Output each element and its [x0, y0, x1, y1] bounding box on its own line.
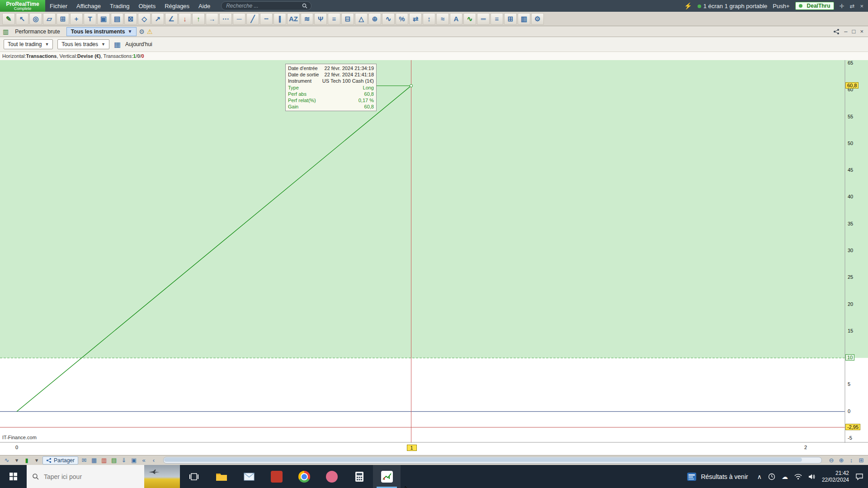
- positions-icon[interactable]: ▤: [109, 456, 118, 465]
- trend-line-icon[interactable]: ╱: [246, 13, 259, 25]
- levels2-icon[interactable]: ≡: [491, 13, 503, 25]
- wrench-icon[interactable]: ⚙: [139, 28, 145, 35]
- maximize-icon[interactable]: □: [852, 28, 856, 35]
- share-icon[interactable]: [833, 28, 840, 35]
- trash-icon[interactable]: ⊠: [124, 13, 137, 25]
- curve-icon[interactable]: ∿: [382, 13, 395, 25]
- angle-icon[interactable]: ∠: [165, 13, 178, 25]
- screens-grid-icon[interactable]: ⊞: [857, 456, 866, 465]
- tab-tous-les-instruments[interactable]: Tous les instruments▼: [66, 27, 137, 36]
- target-icon[interactable]: ⊕: [368, 13, 381, 25]
- label-icon[interactable]: A: [450, 13, 462, 25]
- equity-curve-chart[interactable]: [0, 60, 868, 443]
- menu-item[interactable]: Fichier: [45, 3, 72, 9]
- clock-tray-icon[interactable]: [768, 473, 775, 480]
- magnifier-icon[interactable]: ◎: [29, 13, 42, 25]
- collapse-left2-icon[interactable]: ‹: [149, 456, 158, 465]
- vertical-lines-icon[interactable]: ∥: [274, 13, 286, 25]
- search-icon[interactable]: [302, 3, 307, 9]
- app-red-button[interactable]: [263, 465, 290, 488]
- prorealtime-app-button[interactable]: [373, 465, 401, 488]
- dots-pattern-icon[interactable]: ⋯: [219, 13, 232, 25]
- comment-icon[interactable]: ✉: [80, 456, 89, 465]
- price-chart-icon[interactable]: ∿: [2, 456, 11, 465]
- fibonacci-icon[interactable]: ≡: [328, 13, 340, 25]
- dealthru-badge[interactable]: DealThru: [795, 2, 834, 10]
- collapse-left-icon[interactable]: «: [139, 456, 148, 465]
- horizontal-scrollbar[interactable]: [163, 457, 822, 464]
- taskbar-clock[interactable]: 21:42 22/02/2024: [822, 470, 849, 483]
- flow-arrow-icon[interactable]: →: [206, 13, 218, 25]
- table-icon[interactable]: ▦: [90, 456, 99, 465]
- menu-item[interactable]: Réglages: [160, 3, 194, 9]
- minimize-icon[interactable]: –: [844, 28, 847, 35]
- channel-icon[interactable]: ≋: [301, 13, 313, 25]
- triangle-icon[interactable]: △: [355, 13, 368, 25]
- calendar-icon[interactable]: ▦: [114, 40, 121, 49]
- menu-item[interactable]: Aide: [194, 3, 215, 9]
- percent-icon[interactable]: %: [396, 13, 408, 25]
- clipboard-icon[interactable]: ▤: [111, 13, 123, 25]
- move-icon[interactable]: +: [70, 13, 83, 25]
- close-session-icon[interactable]: ×: [860, 3, 863, 9]
- search-input[interactable]: [225, 2, 299, 9]
- swap-icon[interactable]: ⇄: [409, 13, 422, 25]
- file-explorer-button[interactable]: [208, 465, 235, 488]
- task-view-button[interactable]: [180, 465, 208, 488]
- buy-arrow-icon[interactable]: ↑: [192, 13, 205, 25]
- arrange-windows-icon[interactable]: ⇄: [850, 3, 855, 9]
- share-button[interactable]: Partager: [42, 456, 78, 465]
- export-icon[interactable]: ⇓: [119, 456, 128, 465]
- warning-icon[interactable]: ⚠: [147, 28, 153, 35]
- mail-button[interactable]: [235, 465, 263, 488]
- screen-status[interactable]: 1 écran 1 graph portable: [698, 3, 768, 9]
- start-button[interactable]: [0, 465, 27, 488]
- text-icon[interactable]: T: [84, 13, 96, 25]
- pitchfork-icon[interactable]: Ψ: [314, 13, 327, 25]
- show-hidden-icons-chevron[interactable]: ∧: [757, 473, 762, 480]
- push-button[interactable]: Push+: [773, 3, 789, 9]
- trading-filter-dropdown[interactable]: Tout le trading▼: [4, 39, 53, 49]
- anchor-icon[interactable]: ◇: [138, 13, 151, 25]
- volume-icon[interactable]: [808, 474, 816, 480]
- close-icon[interactable]: ×: [860, 28, 863, 35]
- levels-icon[interactable]: ═: [477, 13, 490, 25]
- orders-icon[interactable]: ▥: [99, 456, 108, 465]
- eraser-icon[interactable]: ▱: [43, 13, 56, 25]
- dropdown2-icon[interactable]: ▾: [32, 456, 41, 465]
- grid-icon[interactable]: ⊞: [504, 13, 517, 25]
- pattern-icon[interactable]: ▥: [518, 13, 530, 25]
- detach-icon[interactable]: ▣: [129, 456, 138, 465]
- calculator-button[interactable]: [345, 465, 373, 488]
- action-center-icon[interactable]: [855, 473, 863, 480]
- chrome-button[interactable]: [290, 465, 318, 488]
- app-pink-button[interactable]: [318, 465, 345, 488]
- approx-icon[interactable]: ≈: [436, 13, 449, 25]
- horizontal-ray-icon[interactable]: ╌: [260, 13, 273, 25]
- copy-icon[interactable]: ▣: [97, 13, 110, 25]
- chart-style-icon[interactable]: ▮: [22, 456, 31, 465]
- scrollbar-thumb[interactable]: [164, 458, 802, 462]
- zoom-out-icon[interactable]: ⊖: [827, 456, 836, 465]
- zoom-in-icon[interactable]: ⊕: [837, 456, 846, 465]
- sort-icon[interactable]: AZ: [287, 13, 300, 25]
- fit-icon[interactable]: ↕: [847, 456, 856, 465]
- gear-icon[interactable]: ⚙: [531, 13, 544, 25]
- pencil-icon[interactable]: ✎: [2, 13, 15, 25]
- pointer-icon[interactable]: ↖: [16, 13, 28, 25]
- trades-filter-dropdown[interactable]: Tous les trades▼: [57, 39, 109, 49]
- ray-icon[interactable]: ↗: [151, 13, 164, 25]
- news-widget-button[interactable]: Résultats à venir: [684, 472, 750, 482]
- menu-item[interactable]: Objets: [134, 3, 160, 9]
- pin-icon[interactable]: ✛: [840, 3, 844, 9]
- quick-access-icon[interactable]: ⚡: [684, 2, 692, 9]
- tools-icon[interactable]: ⊞: [57, 13, 69, 25]
- onedrive-cloud-icon[interactable]: ☁: [782, 473, 788, 480]
- taskbar-news-thumbnail[interactable]: [144, 465, 180, 488]
- taskbar-search-input[interactable]: [43, 473, 122, 481]
- horizontal-line-icon[interactable]: ─: [233, 13, 245, 25]
- tab-performance-brute[interactable]: Performance brute: [11, 28, 64, 36]
- zigzag-icon[interactable]: ∿: [463, 13, 476, 25]
- sell-arrow-icon[interactable]: ↓: [179, 13, 191, 25]
- taskbar-search[interactable]: [27, 465, 144, 488]
